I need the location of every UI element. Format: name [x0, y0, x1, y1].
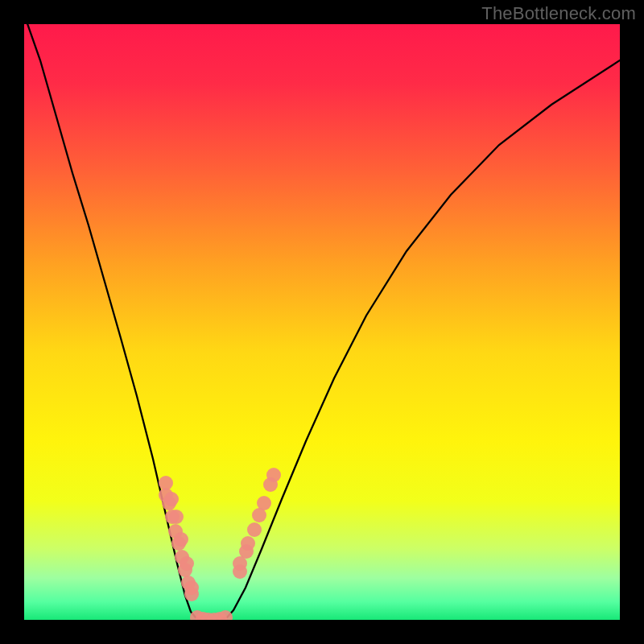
marker-dot — [164, 492, 179, 506]
chart-frame: TheBottleneck.com — [0, 0, 644, 644]
bottleneck-curve — [24, 24, 620, 620]
data-markers — [159, 468, 281, 620]
marker-dot — [184, 580, 199, 595]
marker-dot — [252, 508, 266, 522]
marker-dot — [263, 477, 278, 492]
marker-dot — [169, 510, 184, 524]
marker-dot — [247, 522, 262, 537]
watermark-text: TheBottleneck.com — [481, 3, 636, 24]
marker-dot — [241, 536, 255, 551]
marker-dot — [180, 556, 194, 571]
marker-dot — [233, 556, 247, 571]
curve-layer — [24, 24, 620, 620]
plot-area — [24, 24, 620, 620]
marker-dot — [174, 532, 188, 547]
marker-dot — [159, 476, 173, 490]
marker-dot — [218, 610, 233, 620]
